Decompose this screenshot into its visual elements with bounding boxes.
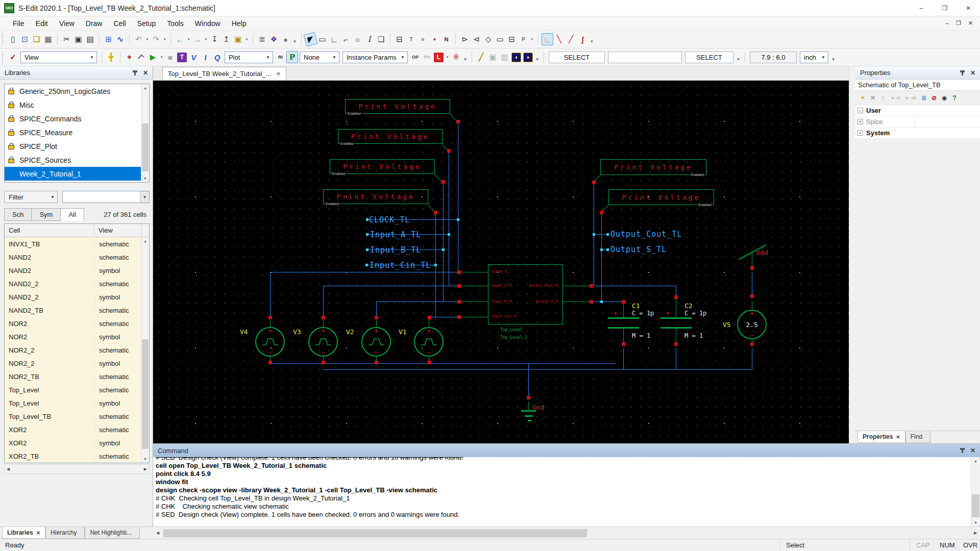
any-angle-wire-icon[interactable]: ╱ <box>565 33 577 45</box>
table-row[interactable]: NAND2 symbol <box>5 264 149 277</box>
none-combo[interactable]: None ▼ <box>300 52 339 63</box>
wire-tool-icon[interactable]: ∟ <box>542 33 553 45</box>
mdi-close-icon[interactable]: ✕ <box>968 20 973 27</box>
orthogonal-path-tool-icon[interactable]: ⌐ <box>340 33 352 45</box>
library-list-scrollbar[interactable]: ▲ ▼ <box>141 84 149 182</box>
filter-tab[interactable]: Sym <box>31 208 60 221</box>
paste-icon[interactable]: ▤ <box>84 33 96 45</box>
cut-icon[interactable]: ✂ <box>61 33 72 45</box>
go-back-icon[interactable]: ← <box>174 33 186 45</box>
property-group-system[interactable]: + System <box>855 128 980 139</box>
property-group-spice[interactable]: + Spice <box>855 116 980 128</box>
probe-current-icon[interactable]: I <box>200 51 211 63</box>
text-annotation-icon[interactable]: T <box>177 53 187 62</box>
filter-tab[interactable]: All <box>60 208 84 221</box>
restore-button[interactable]: ❐ <box>933 0 957 16</box>
solder-dot-icon[interactable]: ● <box>429 33 440 45</box>
net-label-output-s[interactable]: Output_S_TL <box>610 245 667 254</box>
chevron-down-icon[interactable]: ▼ <box>330 55 339 60</box>
print-voltage-instance[interactable]: Print VoltageEnabled <box>323 189 428 204</box>
menu-item[interactable]: Cell <box>108 16 131 31</box>
move-origin-icon[interactable]: ╋ <box>105 51 117 63</box>
expand-icon[interactable]: + <box>857 130 863 136</box>
array-tool-icon[interactable]: ⊟ <box>394 33 405 45</box>
new-design-icon[interactable]: ▯ <box>7 33 19 45</box>
voltage-source-v2[interactable]: + − <box>361 327 391 357</box>
undo-icon[interactable]: ↶ <box>133 33 144 45</box>
cell-name[interactable]: NAND2_2 <box>5 293 94 301</box>
curve-wire-icon[interactable]: ʃ <box>577 33 589 45</box>
scrollbar-thumb[interactable] <box>142 123 149 171</box>
horizontal-scrollbar[interactable]: ◀ ▶ <box>153 527 980 539</box>
scroll-up-icon[interactable]: ▲ <box>141 237 149 245</box>
toolbar-handle[interactable] <box>2 52 5 63</box>
in-port-icon[interactable]: ⊳ <box>459 33 471 45</box>
close-icon[interactable]: ✕ <box>970 69 975 77</box>
panel-splitter[interactable] <box>849 66 855 443</box>
table-row[interactable]: INVX1_TB schematic <box>5 237 149 251</box>
show-params-toggle-icon[interactable]: P <box>286 51 298 63</box>
table-row[interactable]: XOR2 symbol <box>5 436 149 449</box>
library-item[interactable]: SPICE_Plot <box>5 139 149 153</box>
scrollbar-thumb[interactable] <box>972 494 979 517</box>
circle-tool-icon[interactable]: ○ <box>352 33 363 45</box>
close-icon[interactable]: ✕ <box>970 447 975 454</box>
cell-name[interactable]: NOR2_2 <box>5 360 94 367</box>
cell-name[interactable]: XOR2 <box>5 426 94 434</box>
rectangle-tool-icon[interactable]: ▭ <box>316 33 328 45</box>
close-icon[interactable]: ✕ <box>896 434 900 440</box>
close-button[interactable]: ✕ <box>957 0 980 16</box>
chevron-down-icon[interactable]: ▼ <box>398 55 407 60</box>
diagonal-wire-icon[interactable]: ╲ <box>553 33 565 45</box>
scroll-down-icon[interactable]: ▼ <box>971 519 980 527</box>
pin-circle-icon[interactable]: ∘ <box>417 33 429 45</box>
highlight-net-icon[interactable]: ※ <box>450 51 462 63</box>
net-label-icon[interactable]: N <box>440 33 452 45</box>
property-group-user[interactable]: − User <box>855 105 980 116</box>
menu-item[interactable]: Draw <box>80 16 108 31</box>
source-label-v1[interactable]: V1 <box>399 328 407 336</box>
live-annotation-icon[interactable]: L <box>434 53 444 62</box>
push-into-context-icon[interactable]: ↧ <box>209 33 220 45</box>
cell-name[interactable]: NOR2 <box>5 320 94 328</box>
source-label-v3[interactable]: V3 <box>293 328 301 336</box>
filter-input[interactable]: ▼ <box>62 191 150 203</box>
voltage-source-v4[interactable]: + − <box>255 327 285 357</box>
library-item[interactable]: Generic_250nm_LogicGates <box>5 84 149 98</box>
library-item[interactable]: SPICE_Measure <box>5 126 149 139</box>
instance-params-combo[interactable]: Instance Params ▼ <box>342 52 408 63</box>
panel-tab[interactable]: Hierarchy <box>45 527 85 539</box>
help-icon[interactable]: ? <box>949 93 960 103</box>
dropdown-icon[interactable]: ▾ <box>159 51 164 63</box>
top-level-instance[interactable]: CLOCK_TL Input_A_TL Input_B_TL Input_Cin… <box>488 264 563 324</box>
overflow-icon[interactable]: ▾ <box>534 51 541 63</box>
scroll-up-icon[interactable]: ▲ <box>141 84 149 92</box>
cell-name[interactable]: Top_Level <box>5 386 94 394</box>
table-row[interactable]: XOR2_TB schematic <box>5 449 149 463</box>
dropdown-icon[interactable]: ▾ <box>186 33 191 45</box>
check-design-icon[interactable]: ✓ <box>7 51 19 63</box>
overflow-icon[interactable]: ▾ <box>830 51 837 63</box>
close-icon[interactable]: ✕ <box>36 530 40 536</box>
cell-view[interactable]: schematic <box>94 453 141 460</box>
op-results-icon[interactable]: OP <box>409 51 421 63</box>
text-tool-icon[interactable]: I <box>363 33 375 45</box>
dropdown-icon[interactable]: ▾ <box>529 33 535 45</box>
probe-plot2-icon[interactable]: ◗ <box>523 53 533 62</box>
menu-item[interactable]: Help <box>226 16 252 31</box>
global-port-icon[interactable]: ⊟ <box>506 33 518 45</box>
pin-icon[interactable] <box>134 70 136 76</box>
new-property-icon[interactable]: ✶ <box>857 93 868 103</box>
save-all-icon[interactable]: ▦ <box>42 33 54 45</box>
cell-name[interactable]: XOR2 <box>5 439 94 447</box>
table-row[interactable]: XOR2 schematic <box>5 423 149 436</box>
cell-view[interactable]: schematic <box>94 280 141 288</box>
view-combo[interactable]: View ▼ <box>20 52 97 63</box>
library-item[interactable]: SPICE_Sources <box>5 153 149 167</box>
toolbar-handle[interactable] <box>2 34 5 45</box>
rename-ab-icon[interactable]: a→b <box>888 93 903 103</box>
filter-combo[interactable]: Filter ▼ <box>4 191 58 203</box>
collapse-icon[interactable]: − <box>857 108 863 113</box>
cell-name[interactable]: NOR2_TB <box>5 373 94 381</box>
cell-view[interactable]: symbol <box>94 439 141 447</box>
